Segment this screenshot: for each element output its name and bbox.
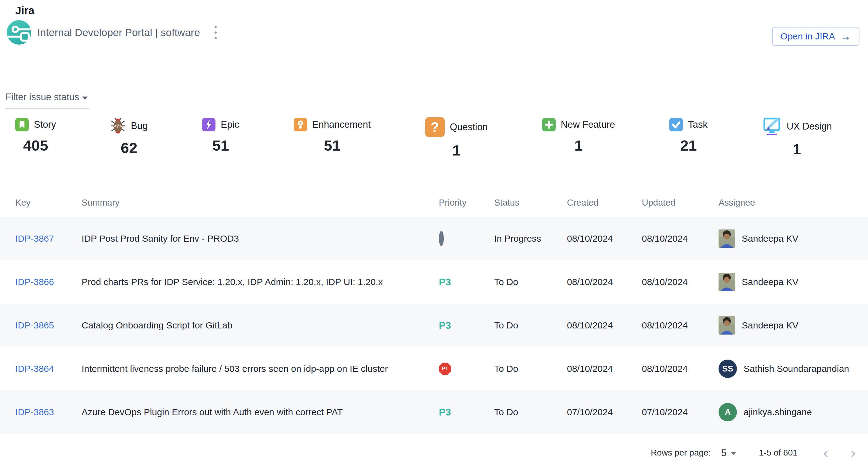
table-row: IDP-3866 Prod charts PRs for IDP Service… xyxy=(0,260,868,304)
counter-label: Bug xyxy=(131,120,148,131)
issue-status: To Do xyxy=(494,320,567,331)
assignee-name: Sandeepa KV xyxy=(742,320,798,331)
issue-key-link[interactable]: IDP-3867 xyxy=(15,233,54,243)
issue-updated: 08/10/2024 xyxy=(642,277,718,287)
issue-created: 08/10/2024 xyxy=(567,320,642,331)
counter-label: Story xyxy=(34,119,56,130)
issue-key-link[interactable]: IDP-3864 xyxy=(15,364,54,374)
col-header-priority: Priority xyxy=(439,198,494,208)
issue-status: To Do xyxy=(494,364,567,374)
table-header-row: Key Summary Priority Status Created Upda… xyxy=(0,188,868,217)
counter-label: UX Design xyxy=(787,121,832,132)
counter-count: 62 xyxy=(110,139,148,157)
counter-new-feature: New Feature 1 xyxy=(542,117,615,159)
bug-icon: </> xyxy=(110,117,126,134)
counter-label: New Feature xyxy=(561,119,615,130)
assignee-name: Sathish Soundarapandian xyxy=(744,364,849,374)
counter-count: 51 xyxy=(294,137,371,154)
project-name: Internal Developer Portal | software xyxy=(37,27,200,38)
story-icon xyxy=(15,118,29,131)
svg-text:</>: </> xyxy=(114,124,122,129)
issue-summary: Intermittent liveness probe failure / 50… xyxy=(82,364,439,374)
priority-p1-badge: P1 xyxy=(439,363,451,375)
project-header: Internal Developer Portal | software xyxy=(7,20,221,44)
issue-updated: 08/10/2024 xyxy=(642,233,718,244)
next-page-icon[interactable]: › xyxy=(848,445,858,461)
ux-design-icon xyxy=(762,117,781,136)
page-title: Jira xyxy=(15,4,34,16)
col-header-assignee: Assignee xyxy=(718,198,860,208)
previous-page-icon[interactable]: ‹ xyxy=(820,445,831,461)
counter-count: 1 xyxy=(542,137,615,154)
open-in-jira-label: Open in JIRA xyxy=(781,31,835,41)
issue-summary: IDP Post Prod Sanity for Env - PROD3 xyxy=(82,233,439,244)
jira-plugin-logo-icon xyxy=(7,20,31,44)
arrow-right-icon: → xyxy=(840,31,851,41)
assignee-name: Sandeepa KV xyxy=(742,277,798,287)
table-row: IDP-3864 Intermittent liveness probe fai… xyxy=(0,347,868,391)
priority-p3-badge: P3 xyxy=(439,276,451,288)
counter-ux-design: UX Design 1 xyxy=(762,117,832,159)
question-icon: ? xyxy=(425,117,445,137)
counter-label: Enhancement xyxy=(312,119,371,130)
counter-count: 405 xyxy=(15,137,56,154)
pagination-range: 1-5 of 601 xyxy=(759,448,797,458)
issue-created: 08/10/2024 xyxy=(567,233,642,244)
col-header-created: Created xyxy=(567,198,642,208)
rows-per-page-label: Rows per page: xyxy=(651,448,711,458)
counter-bug: </> Bug 62 xyxy=(110,117,148,159)
counter-count: 21 xyxy=(669,137,708,154)
table-row: IDP-3867 IDP Post Prod Sanity for Env - … xyxy=(0,217,868,260)
issue-summary: Azure DevOps Plugin Errors out with Auth… xyxy=(82,407,439,417)
avatar xyxy=(718,229,735,248)
counter-label: Task xyxy=(688,119,708,130)
task-icon xyxy=(669,118,683,131)
issue-key-link[interactable]: IDP-3866 xyxy=(15,277,54,287)
avatar xyxy=(718,316,735,335)
rows-per-page-value: 5 xyxy=(721,447,726,459)
issue-created: 07/10/2024 xyxy=(567,407,642,417)
assignee-name: Sandeepa KV xyxy=(742,233,798,244)
col-header-summary: Summary xyxy=(82,198,439,208)
counter-count: 1 xyxy=(762,140,832,158)
priority-none-icon xyxy=(439,231,444,246)
enhancement-icon xyxy=(294,118,307,131)
counter-epic: Epic 51 xyxy=(202,117,239,159)
issue-updated: 08/10/2024 xyxy=(642,320,718,331)
issue-status: In Progress xyxy=(494,233,567,244)
col-header-status: Status xyxy=(494,198,567,208)
col-header-key: Key xyxy=(15,198,82,208)
col-header-updated: Updated xyxy=(642,198,718,208)
issue-status: To Do xyxy=(494,277,567,287)
avatar xyxy=(718,273,735,291)
issue-key-link[interactable]: IDP-3863 xyxy=(15,407,54,417)
issue-summary: Prod charts PRs for IDP Service: 1.20.x,… xyxy=(82,277,439,287)
priority-p3-badge: P3 xyxy=(439,407,451,418)
avatar: SS xyxy=(718,360,737,378)
open-in-jira-button[interactable]: Open in JIRA → xyxy=(772,27,860,46)
issue-key-link[interactable]: IDP-3865 xyxy=(15,320,54,330)
issue-created: 08/10/2024 xyxy=(567,277,642,287)
counter-question: ? Question 1 xyxy=(425,117,488,159)
issues-table: Key Summary Priority Status Created Upda… xyxy=(0,188,868,434)
issue-type-counters: Story 405 </> Bug 62 xyxy=(0,117,868,159)
pagination-bar: Rows per page: 5 1-5 of 601 ‹ › xyxy=(651,440,858,465)
rows-per-page-select[interactable]: 5 xyxy=(721,447,736,459)
priority-p3-badge: P3 xyxy=(439,320,451,331)
counter-story: Story 405 xyxy=(15,117,56,159)
counter-label: Epic xyxy=(221,119,239,130)
filter-issue-status-select[interactable]: Filter issue status xyxy=(5,92,89,108)
issue-status: To Do xyxy=(494,407,567,417)
issue-created: 08/10/2024 xyxy=(567,364,642,374)
counter-enhancement: Enhancement 51 xyxy=(294,117,371,159)
table-row: IDP-3865 Catalog Onboarding Script for G… xyxy=(0,304,868,347)
table-row: IDP-3863 Azure DevOps Plugin Errors out … xyxy=(0,391,868,434)
issue-summary: Catalog Onboarding Script for GitLab xyxy=(82,320,439,331)
kebab-menu-icon[interactable] xyxy=(210,23,221,42)
new-feature-icon xyxy=(542,118,556,131)
counter-label: Question xyxy=(450,122,488,133)
issue-updated: 08/10/2024 xyxy=(642,364,718,374)
epic-icon xyxy=(202,118,215,131)
chevron-down-icon xyxy=(82,97,88,100)
avatar: A xyxy=(718,403,737,421)
